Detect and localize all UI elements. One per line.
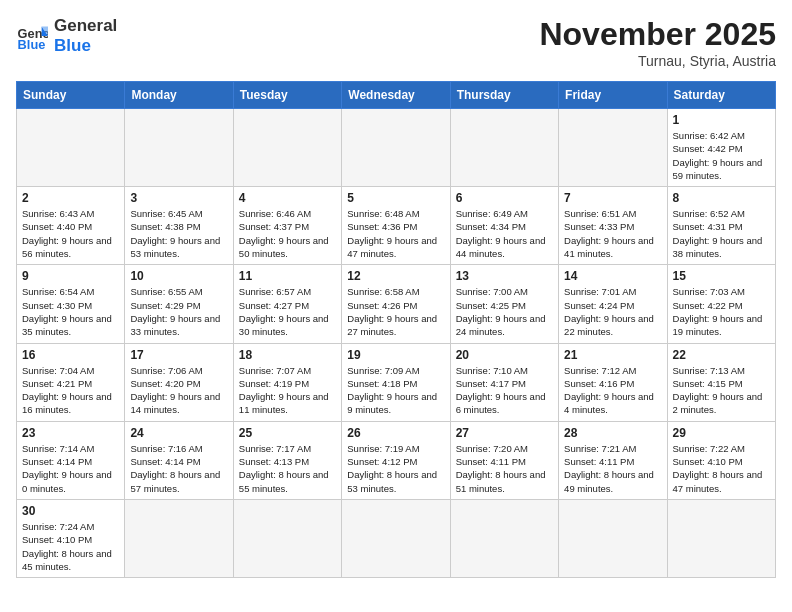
week-row-1: 1Sunrise: 6:42 AMSunset: 4:42 PMDaylight…: [17, 109, 776, 187]
logo-general: General: [54, 16, 117, 36]
calendar-cell: 28Sunrise: 7:21 AMSunset: 4:11 PMDayligh…: [559, 421, 667, 499]
day-info: Sunrise: 7:24 AMSunset: 4:10 PMDaylight:…: [22, 520, 119, 573]
day-number: 11: [239, 269, 336, 283]
day-info: Sunrise: 6:45 AMSunset: 4:38 PMDaylight:…: [130, 207, 227, 260]
day-info: Sunrise: 7:06 AMSunset: 4:20 PMDaylight:…: [130, 364, 227, 417]
calendar-cell: 13Sunrise: 7:00 AMSunset: 4:25 PMDayligh…: [450, 265, 558, 343]
day-info: Sunrise: 6:48 AMSunset: 4:36 PMDaylight:…: [347, 207, 444, 260]
day-number: 10: [130, 269, 227, 283]
logo-icon: General Blue: [16, 20, 48, 52]
weekday-header-saturday: Saturday: [667, 82, 775, 109]
calendar-cell: 16Sunrise: 7:04 AMSunset: 4:21 PMDayligh…: [17, 343, 125, 421]
svg-text:Blue: Blue: [18, 37, 46, 52]
calendar-cell: 5Sunrise: 6:48 AMSunset: 4:36 PMDaylight…: [342, 187, 450, 265]
calendar-cell: [233, 109, 341, 187]
day-info: Sunrise: 6:54 AMSunset: 4:30 PMDaylight:…: [22, 285, 119, 338]
day-number: 1: [673, 113, 770, 127]
calendar-cell: 22Sunrise: 7:13 AMSunset: 4:15 PMDayligh…: [667, 343, 775, 421]
calendar-cell: 7Sunrise: 6:51 AMSunset: 4:33 PMDaylight…: [559, 187, 667, 265]
day-info: Sunrise: 7:00 AMSunset: 4:25 PMDaylight:…: [456, 285, 553, 338]
logo: General Blue General Blue: [16, 16, 117, 57]
day-number: 14: [564, 269, 661, 283]
calendar-cell: [559, 499, 667, 577]
page-header: General Blue General Blue November 2025 …: [16, 16, 776, 69]
day-number: 20: [456, 348, 553, 362]
calendar-cell: 12Sunrise: 6:58 AMSunset: 4:26 PMDayligh…: [342, 265, 450, 343]
weekday-header-sunday: Sunday: [17, 82, 125, 109]
day-number: 13: [456, 269, 553, 283]
day-info: Sunrise: 6:46 AMSunset: 4:37 PMDaylight:…: [239, 207, 336, 260]
calendar-cell: 15Sunrise: 7:03 AMSunset: 4:22 PMDayligh…: [667, 265, 775, 343]
calendar-cell: 21Sunrise: 7:12 AMSunset: 4:16 PMDayligh…: [559, 343, 667, 421]
day-info: Sunrise: 7:01 AMSunset: 4:24 PMDaylight:…: [564, 285, 661, 338]
calendar-cell: 20Sunrise: 7:10 AMSunset: 4:17 PMDayligh…: [450, 343, 558, 421]
day-number: 2: [22, 191, 119, 205]
day-number: 15: [673, 269, 770, 283]
calendar-cell: [667, 499, 775, 577]
day-info: Sunrise: 7:10 AMSunset: 4:17 PMDaylight:…: [456, 364, 553, 417]
calendar-cell: 29Sunrise: 7:22 AMSunset: 4:10 PMDayligh…: [667, 421, 775, 499]
day-number: 17: [130, 348, 227, 362]
day-number: 24: [130, 426, 227, 440]
day-number: 7: [564, 191, 661, 205]
week-row-4: 16Sunrise: 7:04 AMSunset: 4:21 PMDayligh…: [17, 343, 776, 421]
day-number: 6: [456, 191, 553, 205]
calendar-cell: [559, 109, 667, 187]
calendar-cell: 19Sunrise: 7:09 AMSunset: 4:18 PMDayligh…: [342, 343, 450, 421]
day-number: 8: [673, 191, 770, 205]
title-block: November 2025 Turnau, Styria, Austria: [539, 16, 776, 69]
day-number: 21: [564, 348, 661, 362]
calendar-cell: 27Sunrise: 7:20 AMSunset: 4:11 PMDayligh…: [450, 421, 558, 499]
month-title: November 2025: [539, 16, 776, 53]
day-info: Sunrise: 7:20 AMSunset: 4:11 PMDaylight:…: [456, 442, 553, 495]
day-info: Sunrise: 7:19 AMSunset: 4:12 PMDaylight:…: [347, 442, 444, 495]
weekday-header-row: SundayMondayTuesdayWednesdayThursdayFrid…: [17, 82, 776, 109]
calendar-cell: 24Sunrise: 7:16 AMSunset: 4:14 PMDayligh…: [125, 421, 233, 499]
day-number: 19: [347, 348, 444, 362]
day-number: 12: [347, 269, 444, 283]
week-row-6: 30Sunrise: 7:24 AMSunset: 4:10 PMDayligh…: [17, 499, 776, 577]
calendar-cell: [450, 499, 558, 577]
calendar-cell: 30Sunrise: 7:24 AMSunset: 4:10 PMDayligh…: [17, 499, 125, 577]
day-number: 29: [673, 426, 770, 440]
logo-blue: Blue: [54, 36, 117, 56]
day-number: 22: [673, 348, 770, 362]
calendar-cell: 11Sunrise: 6:57 AMSunset: 4:27 PMDayligh…: [233, 265, 341, 343]
calendar-cell: [17, 109, 125, 187]
day-info: Sunrise: 7:22 AMSunset: 4:10 PMDaylight:…: [673, 442, 770, 495]
day-info: Sunrise: 7:09 AMSunset: 4:18 PMDaylight:…: [347, 364, 444, 417]
calendar-cell: [450, 109, 558, 187]
weekday-header-thursday: Thursday: [450, 82, 558, 109]
day-info: Sunrise: 7:14 AMSunset: 4:14 PMDaylight:…: [22, 442, 119, 495]
day-info: Sunrise: 6:51 AMSunset: 4:33 PMDaylight:…: [564, 207, 661, 260]
weekday-header-wednesday: Wednesday: [342, 82, 450, 109]
calendar-cell: [125, 109, 233, 187]
calendar-cell: [342, 499, 450, 577]
day-info: Sunrise: 7:16 AMSunset: 4:14 PMDaylight:…: [130, 442, 227, 495]
day-info: Sunrise: 6:42 AMSunset: 4:42 PMDaylight:…: [673, 129, 770, 182]
calendar-cell: [233, 499, 341, 577]
calendar-cell: 9Sunrise: 6:54 AMSunset: 4:30 PMDaylight…: [17, 265, 125, 343]
day-info: Sunrise: 7:21 AMSunset: 4:11 PMDaylight:…: [564, 442, 661, 495]
day-number: 3: [130, 191, 227, 205]
day-number: 4: [239, 191, 336, 205]
week-row-3: 9Sunrise: 6:54 AMSunset: 4:30 PMDaylight…: [17, 265, 776, 343]
calendar: SundayMondayTuesdayWednesdayThursdayFrid…: [16, 81, 776, 578]
day-number: 30: [22, 504, 119, 518]
day-info: Sunrise: 6:49 AMSunset: 4:34 PMDaylight:…: [456, 207, 553, 260]
calendar-cell: 3Sunrise: 6:45 AMSunset: 4:38 PMDaylight…: [125, 187, 233, 265]
day-info: Sunrise: 6:57 AMSunset: 4:27 PMDaylight:…: [239, 285, 336, 338]
calendar-cell: 8Sunrise: 6:52 AMSunset: 4:31 PMDaylight…: [667, 187, 775, 265]
calendar-cell: 14Sunrise: 7:01 AMSunset: 4:24 PMDayligh…: [559, 265, 667, 343]
calendar-cell: 2Sunrise: 6:43 AMSunset: 4:40 PMDaylight…: [17, 187, 125, 265]
day-info: Sunrise: 6:43 AMSunset: 4:40 PMDaylight:…: [22, 207, 119, 260]
day-number: 5: [347, 191, 444, 205]
day-number: 23: [22, 426, 119, 440]
location: Turnau, Styria, Austria: [539, 53, 776, 69]
calendar-cell: 6Sunrise: 6:49 AMSunset: 4:34 PMDaylight…: [450, 187, 558, 265]
day-info: Sunrise: 7:04 AMSunset: 4:21 PMDaylight:…: [22, 364, 119, 417]
week-row-2: 2Sunrise: 6:43 AMSunset: 4:40 PMDaylight…: [17, 187, 776, 265]
day-number: 27: [456, 426, 553, 440]
calendar-cell: 1Sunrise: 6:42 AMSunset: 4:42 PMDaylight…: [667, 109, 775, 187]
calendar-cell: 18Sunrise: 7:07 AMSunset: 4:19 PMDayligh…: [233, 343, 341, 421]
